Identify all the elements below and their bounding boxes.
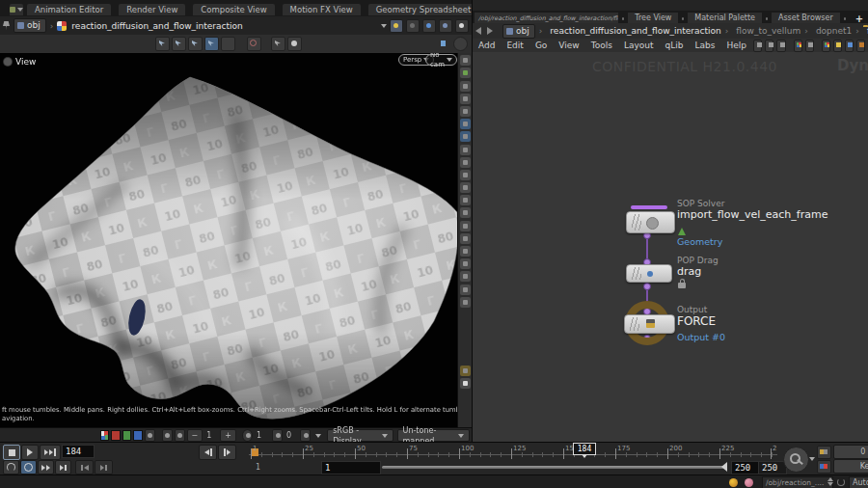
info-icon[interactable] xyxy=(460,285,471,295)
dynamics-pick-icon[interactable] xyxy=(460,157,471,168)
shield-render-icon[interactable] xyxy=(271,37,285,51)
node-flags[interactable] xyxy=(632,214,641,230)
set-key-button[interactable] xyxy=(783,447,809,473)
alpha-channel-icon[interactable] xyxy=(145,429,155,442)
new-tab-button[interactable]: + xyxy=(850,14,868,24)
tab-tree-view[interactable]: Tree View xyxy=(628,13,678,23)
flag-icon[interactable] xyxy=(406,19,420,33)
tab-motion-fx-view[interactable]: Motion FX View xyxy=(283,4,361,15)
lut-chevron[interactable] xyxy=(315,434,321,438)
node-sub-link[interactable]: Geometry xyxy=(677,236,722,247)
step-forward-button[interactable] xyxy=(218,445,236,460)
cook-status-icon[interactable] xyxy=(729,478,738,487)
pane-menu-button[interactable] xyxy=(10,4,23,15)
lasso-icon[interactable] xyxy=(460,258,471,269)
translate-tool-icon[interactable] xyxy=(172,37,186,51)
light-icon[interactable] xyxy=(460,94,471,104)
edges-icon[interactable] xyxy=(460,182,471,193)
grid-display-icon[interactable] xyxy=(460,366,471,376)
tab-network-path[interactable]: /obj/reaction_diffusion_and_flow_interac… xyxy=(475,13,618,23)
current-frame-field[interactable]: 184 xyxy=(62,445,95,458)
network-box-icon[interactable] xyxy=(845,40,854,52)
snapshot-box-icon[interactable] xyxy=(856,40,865,52)
menu-add[interactable]: Add xyxy=(478,41,495,50)
tab-material-palette[interactable]: Material Palette xyxy=(688,13,762,23)
panel-icon[interactable] xyxy=(455,19,469,33)
rotate-tool-icon[interactable] xyxy=(188,37,203,51)
world-icon[interactable] xyxy=(422,19,436,33)
playback-range-button[interactable] xyxy=(38,460,54,474)
brush-icon[interactable] xyxy=(460,246,471,257)
tab-geometry-spreadsheet[interactable]: Geometry Spreadsheet xyxy=(368,4,479,15)
inspect-icon[interactable] xyxy=(162,429,173,442)
node-flags[interactable] xyxy=(632,267,641,280)
obj-context-chip[interactable]: obj xyxy=(14,18,46,33)
menu-view[interactable]: View xyxy=(558,41,579,50)
offset-value[interactable]: 0 xyxy=(286,431,291,440)
display-colorspace-dropdown[interactable]: sRGB - Display xyxy=(327,429,393,442)
select-visible-icon[interactable] xyxy=(460,221,471,231)
shapes-icon[interactable] xyxy=(822,40,830,52)
hierarchy-icon[interactable] xyxy=(765,40,773,52)
range-slider-handle[interactable] xyxy=(721,462,727,472)
range-slider-track[interactable] xyxy=(382,466,725,469)
menu-labs[interactable]: Labs xyxy=(694,41,715,50)
node-name-label[interactable]: drag xyxy=(677,265,701,278)
step-back-button[interactable] xyxy=(199,445,217,460)
help-icon[interactable] xyxy=(453,37,468,51)
node-flags[interactable] xyxy=(630,317,639,331)
key-all-channels-button[interactable]: Key All Channels xyxy=(833,459,868,474)
points-icon[interactable] xyxy=(460,170,471,180)
red-channel-icon[interactable] xyxy=(111,430,120,441)
tab-render-view[interactable]: Render View xyxy=(119,4,185,15)
groups-icon[interactable] xyxy=(460,207,471,218)
node-output[interactable] xyxy=(624,314,675,334)
go-to-end-button[interactable] xyxy=(95,460,113,474)
layers-icon[interactable] xyxy=(439,19,452,33)
network-canvas[interactable]: CONFIDENTIAL H21.0.440 Dynam SOP Solver … xyxy=(473,52,868,442)
auto-update-dropdown[interactable]: Auto Up xyxy=(849,476,868,488)
keys-summary-button[interactable]: 0 keys, 0/0 chan xyxy=(833,445,868,459)
menu-help[interactable]: Help xyxy=(726,41,746,50)
path-dropdown-chevron[interactable] xyxy=(381,24,387,28)
character-pick-icon[interactable] xyxy=(460,119,471,129)
lut-icon[interactable] xyxy=(300,429,311,442)
primitives-icon[interactable] xyxy=(460,195,471,205)
rgba-channels-icon[interactable] xyxy=(100,430,109,441)
list-view-icon[interactable] xyxy=(776,40,785,52)
play-to-end-button[interactable] xyxy=(40,445,61,460)
viewport-menu-icon[interactable] xyxy=(4,58,12,66)
go-to-start-button[interactable] xyxy=(75,460,94,474)
grid-layout-icon[interactable] xyxy=(805,40,814,52)
paint-icon[interactable] xyxy=(460,271,471,282)
menu-go[interactable]: Go xyxy=(535,41,547,50)
timeline-ruler[interactable]: 1 25 50 75 100 125 150 175 200 225 2 184 xyxy=(249,445,777,460)
menu-qlib[interactable]: qLib xyxy=(665,41,684,50)
breadcrumb-item[interactable]: dopnet1 xyxy=(816,26,852,36)
tonemap-dropdown[interactable]: Un-tone-mapped xyxy=(397,429,470,442)
history-back-button[interactable] xyxy=(475,27,481,35)
snap-disable-icon[interactable] xyxy=(247,37,261,51)
context-stepper[interactable] xyxy=(827,477,833,486)
green-channel-icon[interactable] xyxy=(122,430,131,441)
tab-asset-browser[interactable]: Asset Browser xyxy=(772,13,840,23)
key-options-chevron[interactable] xyxy=(809,457,815,461)
scene-viewport[interactable]: 10 К Г 80 xyxy=(0,53,457,427)
view-mode-icon[interactable] xyxy=(460,55,471,66)
select-contained-icon[interactable] xyxy=(460,233,471,244)
sticky-note-icon[interactable] xyxy=(833,40,842,52)
node-sop-solver[interactable] xyxy=(626,211,675,233)
history-forward-button[interactable] xyxy=(487,27,493,35)
tab-animation-editor[interactable]: Animation Editor xyxy=(27,4,111,15)
loop-mode-button[interactable] xyxy=(3,460,19,474)
range-end-field[interactable]: 250 xyxy=(731,461,760,474)
pin-icon[interactable] xyxy=(3,21,10,31)
cook-context-field[interactable]: /obj/reaction_.... xyxy=(762,476,833,488)
objects-pick-icon[interactable] xyxy=(460,131,471,142)
step-size-button[interactable] xyxy=(55,460,71,474)
menu-tools[interactable]: Tools xyxy=(591,41,612,50)
node-sub-link[interactable]: Output #0 xyxy=(677,332,725,342)
brightness-icon[interactable] xyxy=(175,429,185,442)
realtime-toggle-button[interactable] xyxy=(20,460,37,474)
menu-edit[interactable]: Edit xyxy=(506,41,523,50)
